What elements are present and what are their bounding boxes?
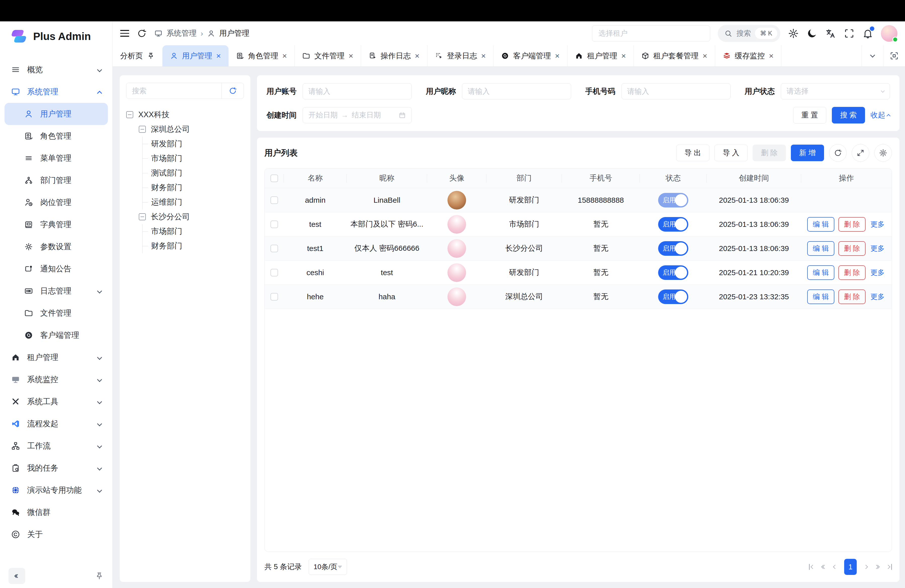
- first-page-button[interactable]: [809, 564, 814, 570]
- pin-icon[interactable]: [95, 571, 104, 580]
- sidebar-item-dictionary[interactable]: 字典管理: [5, 213, 108, 236]
- table-row[interactable]: ceshi test 研发部门 暂无 启用 2025-01-21 10:20:3…: [265, 261, 892, 285]
- status-toggle[interactable]: 启用: [658, 289, 688, 304]
- close-tab-icon[interactable]: ×: [769, 52, 774, 60]
- sidebar-item-users[interactable]: 用户管理: [5, 103, 108, 125]
- tree-collapse-icon[interactable]: [139, 126, 146, 133]
- prev-page-button[interactable]: [834, 565, 837, 568]
- edit-button[interactable]: 编 辑: [807, 217, 834, 232]
- last-page-button[interactable]: [887, 564, 892, 570]
- edit-button[interactable]: 编 辑: [807, 289, 834, 304]
- import-button[interactable]: 导 入: [714, 145, 748, 161]
- close-tab-icon[interactable]: ×: [703, 52, 707, 60]
- delete-row-button[interactable]: 删 除: [838, 241, 865, 256]
- more-button[interactable]: 更多: [870, 265, 886, 280]
- tenant-select-input[interactable]: [592, 25, 710, 41]
- sidebar-item-process-start[interactable]: 流程发起: [5, 413, 108, 435]
- table-fullscreen-button[interactable]: [852, 144, 869, 162]
- next-5-pages-button[interactable]: [875, 565, 879, 568]
- sidebar-item-wechat-group[interactable]: 微信群: [5, 501, 108, 523]
- tree-node-dept[interactable]: 研发部门: [143, 137, 244, 151]
- sidebar-item-logs[interactable]: 日志管理: [5, 280, 108, 302]
- status-toggle[interactable]: 启用: [658, 265, 688, 280]
- phone-input[interactable]: [627, 87, 725, 95]
- hamburger-menu-icon[interactable]: [120, 30, 129, 37]
- account-input[interactable]: [308, 87, 406, 95]
- edit-button[interactable]: 编 辑: [807, 241, 834, 256]
- tab-login-log[interactable]: 登录日志 ×: [427, 45, 494, 67]
- date-range-picker[interactable]: 开始日期 → 结束日期: [303, 107, 412, 123]
- tree-node-company[interactable]: 深圳总公司: [130, 122, 244, 137]
- close-tab-icon[interactable]: ×: [348, 52, 353, 60]
- close-tab-icon[interactable]: ×: [481, 52, 486, 60]
- status-toggle[interactable]: 启用: [658, 217, 688, 232]
- tab-tenant-packages[interactable]: 租户套餐管理 ×: [634, 45, 715, 67]
- settings-gear-icon[interactable]: [788, 28, 799, 39]
- sidebar-item-tenants[interactable]: 租户管理: [5, 346, 108, 369]
- tab-files[interactable]: 文件管理 ×: [295, 45, 361, 67]
- app-logo[interactable]: Plus Admin: [0, 21, 113, 52]
- close-tab-icon[interactable]: ×: [282, 52, 287, 60]
- tree-node-dept[interactable]: 财务部门: [143, 180, 244, 195]
- page-size-select[interactable]: 10条/页: [309, 559, 347, 575]
- tab-clients[interactable]: 客户端管理 ×: [494, 45, 567, 67]
- tree-node-dept[interactable]: 测试部门: [143, 166, 244, 180]
- sidebar-item-demo-features[interactable]: 演示站专用功能: [5, 479, 108, 501]
- sidebar-item-about[interactable]: 关于: [5, 523, 108, 545]
- table-refresh-button[interactable]: [829, 144, 847, 162]
- close-tab-icon[interactable]: ×: [216, 52, 221, 60]
- sidebar-item-tools[interactable]: 系统工具: [5, 391, 108, 413]
- status-toggle[interactable]: 启用: [658, 193, 688, 208]
- tree-node-company[interactable]: 长沙分公司: [130, 210, 244, 224]
- collapse-filters-link[interactable]: 收起: [870, 110, 890, 120]
- sidebar-item-files[interactable]: 文件管理: [5, 302, 108, 324]
- tree-node-dept[interactable]: 财务部门: [143, 239, 244, 253]
- tab-operation-log[interactable]: 操作日志 ×: [361, 45, 427, 67]
- sidebar-item-departments[interactable]: 部门管理: [5, 169, 108, 191]
- sidebar-collapse-button[interactable]: [8, 568, 25, 584]
- tree-node-dept[interactable]: 运维部门: [143, 195, 244, 210]
- tree-collapse-icon[interactable]: [139, 213, 146, 220]
- delete-row-button[interactable]: 删 除: [838, 217, 865, 232]
- close-tab-icon[interactable]: ×: [621, 52, 626, 60]
- table-row[interactable]: test1 仅本人 密码666666 长沙分公司 暂无 启用 2025-01-1…: [265, 237, 892, 261]
- nickname-input[interactable]: [468, 87, 565, 95]
- row-checkbox[interactable]: [270, 196, 278, 204]
- status-toggle[interactable]: 启用: [658, 241, 688, 256]
- content-fullscreen-button[interactable]: [883, 45, 905, 67]
- tree-search-input[interactable]: [127, 83, 221, 99]
- sidebar-item-clients[interactable]: 客户端管理: [5, 324, 108, 346]
- row-checkbox[interactable]: [270, 269, 278, 277]
- more-button[interactable]: 更多: [870, 217, 886, 232]
- tab-analysis[interactable]: 分析页: [113, 45, 162, 67]
- more-button[interactable]: 更多: [870, 289, 886, 304]
- select-all-checkbox[interactable]: [270, 175, 278, 182]
- export-button[interactable]: 导 出: [676, 145, 710, 161]
- delete-button[interactable]: 删 除: [753, 145, 786, 161]
- tab-users[interactable]: 用户管理 ×: [162, 45, 229, 67]
- sidebar-item-my-tasks[interactable]: 我的任务: [5, 457, 108, 479]
- more-button[interactable]: 更多: [870, 241, 886, 256]
- sidebar-item-roles[interactable]: 角色管理: [5, 125, 108, 147]
- row-checkbox[interactable]: [270, 245, 278, 252]
- tree-collapse-icon[interactable]: [126, 111, 133, 118]
- sidebar-item-overview[interactable]: 概览: [5, 59, 108, 81]
- table-settings-button[interactable]: [874, 144, 892, 162]
- tree-refresh-button[interactable]: [221, 83, 244, 99]
- tree-node-dept[interactable]: 市场部门: [143, 151, 244, 166]
- tab-cache-monitor[interactable]: 缓存监控 ×: [715, 45, 781, 67]
- sidebar-item-posts[interactable]: 岗位管理: [5, 191, 108, 213]
- row-checkbox[interactable]: [270, 221, 278, 228]
- tree-node-root[interactable]: XXX科技: [126, 107, 244, 122]
- table-row[interactable]: hehe haha 深圳总公司 暂无 启用 2025-01-23 13:32:3…: [265, 285, 892, 309]
- prev-5-pages-button[interactable]: [822, 565, 826, 568]
- reset-button[interactable]: 重 置: [793, 107, 826, 124]
- row-checkbox[interactable]: [270, 293, 278, 300]
- sidebar-item-menus[interactable]: 菜单管理: [5, 147, 108, 169]
- delete-row-button[interactable]: 删 除: [838, 289, 865, 304]
- tabs-dropdown-button[interactable]: [862, 45, 883, 67]
- next-page-button[interactable]: [864, 565, 867, 568]
- sidebar-item-notices[interactable]: 通知公告: [5, 258, 108, 280]
- fullscreen-icon[interactable]: [844, 28, 855, 39]
- edit-button[interactable]: 编 辑: [807, 265, 834, 280]
